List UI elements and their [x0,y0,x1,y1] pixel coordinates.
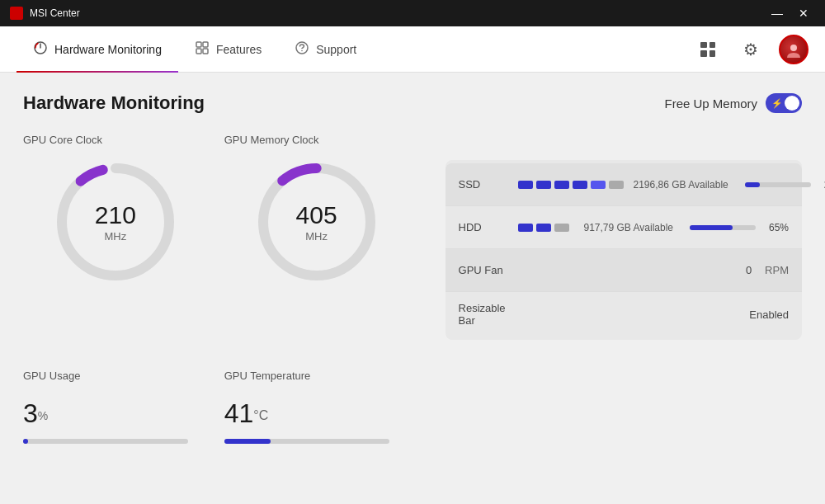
gauge-text: 210 MHz [95,200,136,243]
minimize-button[interactable]: — [766,4,789,22]
hdd-bar-1 [518,224,533,232]
free-up-label: Free Up Memory [664,97,757,111]
gpu-core-clock-label: GPU Core Clock [23,134,208,146]
ssd-bar-3 [554,181,569,189]
gpu-memory-clock-gauge: 405 MHz [224,156,409,288]
gear-icon: ⚙ [743,40,758,59]
hardware-monitoring-icon [33,40,48,59]
settings-button[interactable]: ⚙ [736,35,766,64]
hdd-bar-2 [536,224,551,232]
svg-point-7 [790,45,797,51]
gpu-core-unit: MHz [95,230,136,243]
gpu-core-clock-gauge: 210 MHz [23,156,208,288]
gpu-temperature-unit: °C [253,407,268,422]
svg-rect-4 [203,49,208,54]
gauge-wrap: 210 MHz [50,156,182,288]
nav-tabs: Hardware Monitoring Features [16,26,693,73]
title-bar-left: MSI Center [10,7,80,20]
gpu-temperature-bar-fill [224,439,271,444]
ssd-progress: 23% [745,179,825,191]
hdd-progress: 65% [690,222,789,233]
tab-hardware-label: Hardware Monitoring [54,43,162,56]
ssd-label: SSD [459,178,508,191]
ssd-bar-6 [609,181,624,189]
ssd-bar-1 [518,181,533,189]
hdd-bars [518,224,569,232]
title-bar: MSI Center — ✕ [0,0,825,26]
gpu-temperature-value: 41 [224,398,254,428]
resizable-bar-value: Enabled [749,309,789,321]
nav-right: ⚙ [693,35,808,64]
gpu-usage-card: GPU Usage 3% [23,363,224,473]
gpu-usage-value: 3 [23,398,38,428]
svg-rect-2 [203,42,208,47]
gpu-usage-metric: 3% [23,392,208,450]
hdd-row: HDD 917,79 GB Available 65% [446,206,802,249]
close-button[interactable]: ✕ [792,4,815,22]
support-icon [295,40,309,59]
hdd-label: HDD [459,221,508,233]
resizable-bar-row: Resizable Bar Enabled [446,292,802,337]
avatar [779,35,808,64]
page-title: Hardware Monitoring [23,92,205,114]
gauge-wrap-2: 405 MHz [251,156,383,288]
gpu-usage-display: 3% [23,398,208,429]
ssd-row: SSD 2196,86 GB Available 2 [446,163,802,206]
avatar-button[interactable] [779,35,808,64]
gpu-fan-value: 0 [746,264,752,276]
gpu-temperature-label: GPU Temperature [224,370,409,382]
ssd-progress-bg [745,182,811,187]
window-controls: — ✕ [766,4,815,22]
ssd-progress-fill [745,182,760,187]
gpu-usage-bar-fill [23,439,28,444]
resizable-bar-label: Resizable Bar [459,302,508,327]
hdd-progress-bg [690,225,756,230]
grid-view-button[interactable] [693,35,723,64]
gpu-usage-bar-bg [23,439,188,444]
gpu-fan-label: GPU Fan [459,264,508,276]
gpu-memory-clock-card: GPU Memory Clock 405 MHz [224,134,426,363]
tab-support[interactable]: Support [278,26,373,73]
ssd-bar-4 [573,181,587,189]
gpu-fan-unit: RPM [765,264,789,276]
free-up-toggle[interactable]: ⚡ [766,93,802,113]
svg-rect-1 [196,42,201,47]
page-header: Hardware Monitoring Free Up Memory ⚡ [23,92,802,114]
bottom-right-empty [426,363,802,473]
app-icon [10,7,23,20]
tab-support-label: Support [316,43,356,56]
tab-hardware-monitoring[interactable]: Hardware Monitoring [16,26,178,73]
gpu-usage-unit: % [38,408,48,422]
hdd-bar-3 [554,224,569,232]
nav-bar: Hardware Monitoring Features [0,26,825,73]
hdd-progress-fill [690,225,733,230]
app-title: MSI Center [30,7,80,19]
tab-features-label: Features [216,43,262,56]
tab-features[interactable]: Features [178,26,278,73]
storage-info-panel: SSD 2196,86 GB Available 2 [446,160,802,340]
gpu-fan-row: GPU Fan 0 RPM [446,249,802,292]
hdd-available: 917,79 GB Available [583,222,673,233]
lightning-icon: ⚡ [771,98,783,109]
hdd-percent: 65% [762,222,789,233]
ssd-bar-2 [536,181,551,189]
gpu-temperature-metric: 41°C [224,392,409,450]
ssd-available: 2196,86 GB Available [634,179,728,191]
free-up-memory-control: Free Up Memory ⚡ [664,93,802,113]
gpu-memory-value: 405 [296,200,337,230]
ssd-percent: 23% [818,179,825,191]
gpu-memory-unit: MHz [296,230,337,243]
svg-point-6 [301,49,303,51]
main-content: Hardware Monitoring Free Up Memory ⚡ GPU… [0,73,825,504]
gpu-temperature-bar-bg [224,439,389,444]
grid-icon [700,42,715,57]
ssd-bars [518,181,624,189]
gpu-temperature-display: 41°C [224,398,409,429]
svg-rect-3 [196,49,201,54]
features-icon [195,40,210,59]
gpu-memory-clock-label: GPU Memory Clock [224,134,409,146]
info-panel: SSD 2196,86 GB Available 2 [432,134,802,363]
ssd-bar-5 [591,181,606,189]
gpu-core-clock-card: GPU Core Clock 210 MHz [23,134,224,363]
gauge-text-2: 405 MHz [296,200,337,243]
